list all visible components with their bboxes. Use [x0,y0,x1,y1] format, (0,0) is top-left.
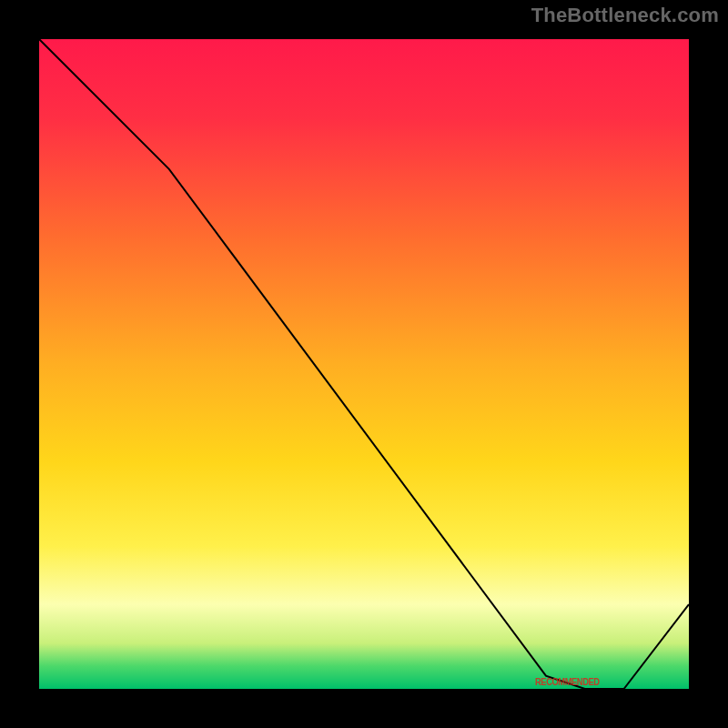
min-region-label: RECOMMENDED [535,676,600,687]
attribution-label: TheBottleneck.com [531,4,719,27]
bottleneck-curve-svg [39,39,689,689]
bottleneck-curve-path [39,39,689,689]
plot-area: RECOMMENDED [39,39,689,689]
plot-frame: RECOMMENDED [35,35,693,693]
